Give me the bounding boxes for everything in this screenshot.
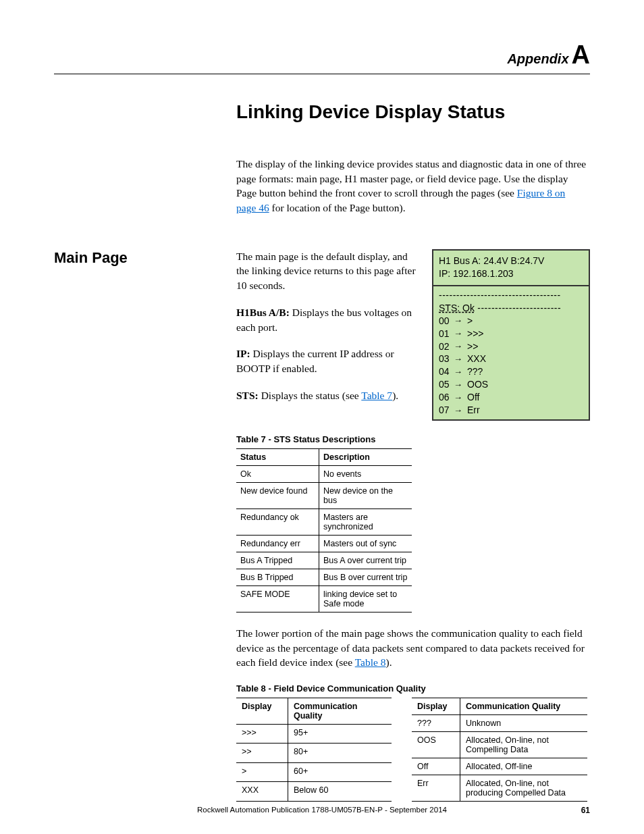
table-row: Redundancy okMasters are synchronized (236, 509, 412, 535)
ip-label: IP: (236, 348, 250, 359)
table-8-link[interactable]: Table 8 (355, 656, 386, 668)
comm-quality-paragraph: The lower portion of the main page shows… (236, 626, 587, 670)
main-p2: H1Bus A/B: Displays the bus voltages on … (236, 305, 419, 334)
t8-cell-quality: 80+ (288, 744, 392, 763)
arrow-right-icon: → (454, 340, 467, 353)
sts-label: STS: (236, 390, 259, 401)
panel-val: ??? (467, 365, 483, 378)
table-row: SAFE MODElinking device set to Safe mode (236, 585, 412, 612)
arrow-right-icon: → (454, 315, 467, 327)
panel-val: > (467, 315, 473, 328)
table-8-right: Display Communication Quality ???Unknown… (412, 698, 587, 802)
t8l-head-quality: Communication Quality (288, 698, 392, 724)
panel-row: 02→>> (439, 340, 583, 353)
panel-line-ip: IP: 192.168.1.203 (439, 267, 583, 281)
sts-text-before: Displays the status (see (259, 390, 362, 401)
t7-cell-desc: No events (319, 465, 412, 482)
t7-cell-status: New device found (236, 482, 319, 509)
t8-cell-quality: 95+ (288, 724, 392, 744)
para2-before: The lower portion of the main page shows… (236, 627, 585, 668)
t8-cell-display: >> (236, 744, 288, 763)
t7-cell-status: Redundancy err (236, 535, 319, 552)
t8-cell-display: OOS (412, 731, 460, 758)
t8-cell-display: Err (412, 775, 460, 801)
t8-cell-quality: Allocated, On-line, not Compelling Data (460, 731, 588, 758)
footer-page-number: 61 (581, 806, 590, 815)
table-row: XXXBelow 60 (236, 782, 392, 802)
panel-val: >>> (467, 328, 484, 340)
panel-row: 05→OOS (439, 378, 583, 391)
panel-sts-line: STS: Ok ------------------------ (439, 302, 583, 315)
panel-row: 06→Off (439, 391, 583, 404)
arrow-right-icon: → (454, 379, 467, 391)
table-row: OffAllocated, Off-line (412, 758, 587, 775)
panel-idx: 01 (439, 328, 454, 340)
arrow-right-icon: → (454, 405, 467, 417)
t7-cell-status: Ok (236, 465, 319, 482)
table-row: >>>95+ (236, 724, 392, 744)
panel-sts-prefix: STS: Ok (439, 303, 475, 313)
t8-cell-quality: Allocated, On-line, not producing Compel… (460, 775, 588, 801)
panel-rows: 00→>01→>>>02→>>03→XXX04→???05→OOS06→Off0… (439, 315, 583, 417)
panel-row: 03→XXX (439, 353, 583, 365)
arrow-right-icon: → (454, 353, 467, 365)
table-7-caption: Table 7 - STS Status Descriptions (236, 434, 590, 444)
arrow-right-icon: → (454, 366, 467, 378)
intro-paragraph: The display of the linking device provid… (236, 157, 587, 215)
panel-dash-top: ----------------------------------- (439, 289, 583, 302)
main-p3: IP: Displays the current IP address or B… (236, 346, 419, 375)
t8-cell-display: > (236, 762, 288, 782)
footer-publication: Rockwell Automation Publication 1788-UM0… (197, 806, 447, 814)
t8-cell-display: XXX (236, 782, 288, 802)
para2-after: ). (386, 656, 392, 668)
panel-val: XXX (467, 353, 486, 365)
t8r-head-display: Display (412, 698, 460, 714)
panel-row: 00→> (439, 315, 583, 328)
footer: Rockwell Automation Publication 1788-UM0… (54, 806, 590, 814)
t7-head-desc: Description (319, 448, 412, 465)
t7-cell-desc: Bus A over current trip (319, 552, 412, 569)
panel-row: 04→??? (439, 365, 583, 378)
t8-cell-quality: Unknown (460, 714, 588, 731)
intro-text-after: for location of the Page button). (269, 202, 406, 213)
t8l-head-display: Display (236, 698, 288, 724)
t8-cell-quality: Allocated, Off-line (460, 758, 588, 775)
appendix-word: Appendix (507, 51, 568, 66)
table-row: Redundancy errMasters out of sync (236, 535, 412, 552)
panel-bottom: ----------------------------------- STS:… (433, 285, 589, 419)
panel-line-bus: H1 Bus A: 24.4V B:24.7V (439, 255, 583, 268)
appendix-header: AppendixA (54, 41, 590, 70)
t8-cell-display: Off (412, 758, 460, 775)
panel-row: 07→Err (439, 404, 583, 417)
panel-dash-mid: ------------------------ (475, 303, 561, 313)
ip-text: Displays the current IP address or BOOTP… (236, 348, 394, 374)
table-8-left: Display Communication Quality >>>95+>>80… (236, 698, 392, 802)
main-p4: STS: Displays the status (see Table 7). (236, 388, 419, 403)
side-heading-main-page: Main Page (54, 249, 236, 267)
device-display-panel: H1 Bus A: 24.4V B:24.7V IP: 192.168.1.20… (432, 249, 590, 421)
panel-idx: 05 (439, 378, 454, 391)
t7-cell-desc: Masters out of sync (319, 535, 412, 552)
table-row: OkNo events (236, 465, 412, 482)
table-row: New device foundNew device on the bus (236, 482, 412, 509)
table-row: >>80+ (236, 744, 392, 763)
t7-head-status: Status (236, 448, 319, 465)
t7-cell-desc: Masters are synchronized (319, 509, 412, 535)
table-7: Status Description OkNo eventsNew device… (236, 448, 412, 613)
h1bus-label: H1Bus A/B: (236, 307, 290, 318)
panel-row: 01→>>> (439, 328, 583, 340)
panel-idx: 07 (439, 404, 454, 417)
panel-val: Off (467, 391, 479, 404)
table-row: >60+ (236, 762, 392, 782)
appendix-letter: A (572, 41, 590, 69)
panel-val: Err (467, 404, 480, 417)
main-text-column: The main page is the default display, an… (236, 249, 419, 421)
header-rule (54, 74, 590, 74)
t8r-head-quality: Communication Quality (460, 698, 588, 714)
sts-text-after: ). (392, 390, 398, 401)
table-8-caption: Table 8 - Field Device Communication Qua… (236, 683, 590, 694)
t7-cell-desc: linking device set to Safe mode (319, 585, 412, 612)
table-7-link[interactable]: Table 7 (361, 390, 392, 401)
panel-top: H1 Bus A: 24.4V B:24.7V IP: 192.168.1.20… (433, 251, 589, 285)
t7-cell-desc: New device on the bus (319, 482, 412, 509)
